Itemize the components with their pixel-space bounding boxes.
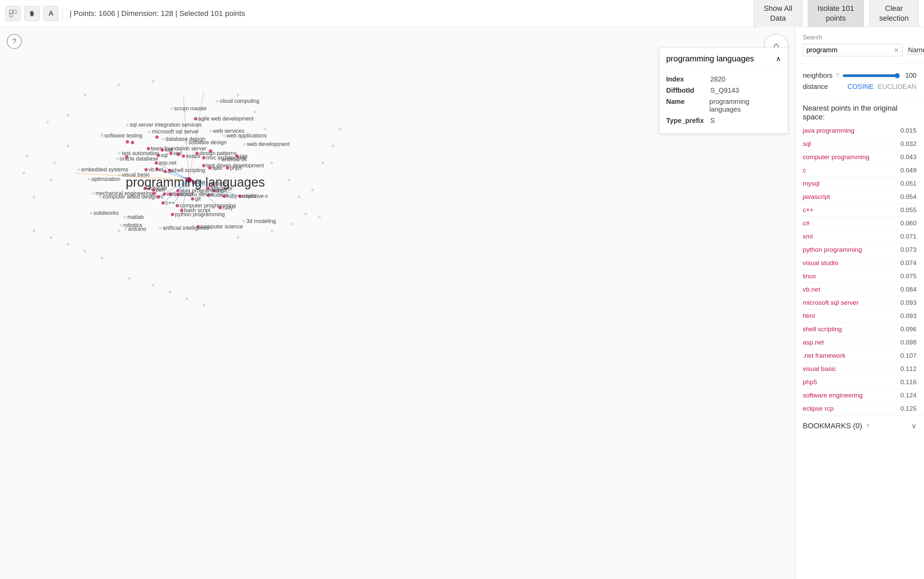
bookmarks-header[interactable]: BOOKMARKS (0) ? ∨ xyxy=(795,415,924,437)
nearest-item: c++0.055 xyxy=(803,204,916,217)
nearest-item: java programming0.015 xyxy=(803,124,916,137)
nearest-dist: 0.116 xyxy=(900,378,916,386)
svg-point-70 xyxy=(154,161,158,165)
svg-point-141 xyxy=(120,224,122,227)
nearest-name-link[interactable]: software engineering xyxy=(803,392,863,399)
nearest-name-link[interactable]: python programming xyxy=(803,246,862,254)
svg-point-89 xyxy=(95,169,98,172)
nearest-name-link[interactable]: computer programming xyxy=(803,154,869,161)
nearest-name-link[interactable]: c++ xyxy=(803,206,814,214)
svg-point-35 xyxy=(100,134,103,137)
svg-point-49 xyxy=(169,152,172,155)
nearest-name-link[interactable]: microsoft sql server xyxy=(803,299,859,306)
svg-point-187 xyxy=(26,155,28,157)
svg-point-161 xyxy=(253,111,256,113)
nearest-dist: 0.124 xyxy=(900,392,916,399)
nearest-name-link[interactable]: vb.net xyxy=(803,286,821,293)
svg-point-159 xyxy=(151,80,154,83)
svg-point-41 xyxy=(243,143,246,146)
nearest-item: visual studio0.074 xyxy=(803,257,916,270)
nearest-name-link[interactable]: linux xyxy=(803,273,816,280)
svg-text:software design: software design xyxy=(189,139,226,145)
svg-point-103 xyxy=(223,195,226,198)
nearest-name-link[interactable]: asp.net xyxy=(803,339,824,346)
nearest-name-link[interactable]: php5 xyxy=(803,378,817,386)
svg-text:ruby: ruby xyxy=(223,204,233,210)
nearest-name-link[interactable]: visual studio xyxy=(803,259,839,267)
svg-text:programming languages: programming languages xyxy=(126,175,265,190)
svg-point-63 xyxy=(235,154,239,158)
neighbors-help-icon[interactable]: ? xyxy=(836,73,839,79)
svg-point-115 xyxy=(176,193,180,196)
svg-point-131 xyxy=(171,213,174,216)
svg-point-179 xyxy=(304,213,307,215)
bookmarks-chevron-icon: ∨ xyxy=(911,422,916,430)
svg-text:xslt: xslt xyxy=(165,147,173,153)
show-all-data-button[interactable]: Show All Data xyxy=(754,0,802,28)
nearest-item: computer programming0.043 xyxy=(803,151,916,164)
by-select[interactable]: Name xyxy=(907,46,924,54)
clear-selection-button[interactable]: Clear selection xyxy=(869,0,919,28)
euclidean-button[interactable]: EUCLIDEAN xyxy=(878,83,916,91)
search-label: Search xyxy=(803,34,903,41)
svg-point-47 xyxy=(161,148,164,152)
svg-point-160 xyxy=(236,94,239,96)
nearest-item: microsoft sql server0.093 xyxy=(803,296,916,309)
isolate-points-button[interactable]: Isolate 101 points xyxy=(808,0,864,28)
svg-point-105 xyxy=(238,195,241,198)
svg-point-33 xyxy=(162,138,164,141)
nearest-dist: 0.054 xyxy=(900,193,916,201)
main-layout: ? ⌂ programming languages ∧ Index 2820 D… xyxy=(0,27,924,579)
search-input[interactable] xyxy=(806,46,893,54)
nearest-name-link[interactable]: shell scripting xyxy=(803,325,842,333)
svg-point-182 xyxy=(151,284,154,286)
svg-text:shell scripting: shell scripting xyxy=(172,167,205,173)
nearest-name-link[interactable]: c# xyxy=(803,219,809,227)
search-clear-button[interactable]: ✕ xyxy=(894,46,899,54)
nearest-dist: 0.049 xyxy=(900,167,916,174)
nearest-name-link[interactable]: sql xyxy=(803,140,811,148)
label-button[interactable]: A xyxy=(43,6,58,21)
nearest-name-link[interactable]: xml xyxy=(803,233,813,240)
bookmarks-help-icon[interactable]: ? xyxy=(866,424,869,429)
svg-point-30 xyxy=(209,130,212,132)
svg-point-23 xyxy=(194,117,197,121)
cosine-button[interactable]: COSINE xyxy=(848,83,874,91)
svg-point-181 xyxy=(128,277,130,280)
svg-point-133 xyxy=(92,192,94,195)
svg-point-183 xyxy=(169,291,171,293)
svg-point-74 xyxy=(208,166,212,170)
svg-point-90 xyxy=(88,178,90,181)
nearest-item: html0.093 xyxy=(803,309,916,323)
nearest-item: linux0.075 xyxy=(803,270,916,283)
svg-rect-2 xyxy=(10,14,13,17)
svg-point-180 xyxy=(318,216,321,219)
svg-point-117 xyxy=(176,189,180,193)
neighbors-section: neighbors ? 100 distance COSINE EUCLIDEA… xyxy=(795,64,924,98)
nearest-name-link[interactable]: eclipse rcp xyxy=(803,405,834,412)
svg-point-178 xyxy=(291,222,294,225)
selection-tool-button[interactable] xyxy=(5,6,20,21)
nearest-name-link[interactable]: html xyxy=(803,312,815,320)
nearest-header: Nearest points in the original space: xyxy=(795,98,924,124)
svg-text:web applications: web applications xyxy=(226,133,267,139)
svg-text:git: git xyxy=(195,196,201,201)
svg-point-153 xyxy=(49,178,53,181)
neighbors-slider[interactable] xyxy=(842,73,900,79)
svg-point-25 xyxy=(126,124,129,126)
canvas-area[interactable]: ? ⌂ programming languages ∧ Index 2820 D… xyxy=(0,27,795,579)
nearest-name-link[interactable]: visual basic xyxy=(803,365,836,373)
svg-point-61 xyxy=(218,158,220,161)
nearest-name-link[interactable]: .net framework xyxy=(803,352,845,360)
svg-point-167 xyxy=(311,189,314,191)
nearest-name-link[interactable]: c xyxy=(803,167,806,174)
svg-text:c++: c++ xyxy=(166,200,175,206)
svg-point-83 xyxy=(168,168,172,172)
nearest-name-link[interactable]: mysql xyxy=(803,180,820,187)
nearest-name-link[interactable]: javascript xyxy=(803,193,830,201)
svg-point-44 xyxy=(131,141,134,144)
nearest-name-link[interactable]: java programming xyxy=(803,127,854,134)
night-mode-button[interactable] xyxy=(25,6,39,21)
svg-point-173 xyxy=(67,243,69,246)
nearest-item: sql0.032 xyxy=(803,137,916,151)
